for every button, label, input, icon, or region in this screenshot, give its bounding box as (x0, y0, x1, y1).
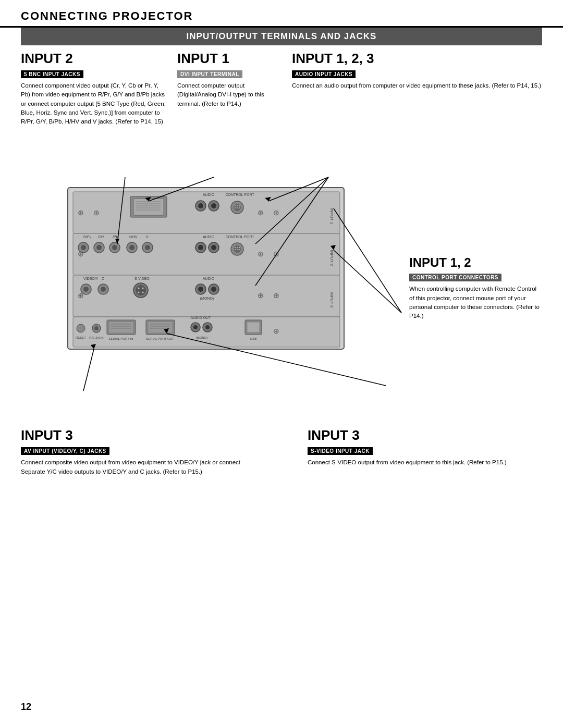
svg-point-78 (198, 287, 203, 292)
svg-point-34 (96, 245, 102, 250)
svg-point-40 (129, 245, 134, 250)
svg-text:⊕: ⊕ (258, 291, 264, 300)
input123-badge: AUDIO INPUT JACKS (292, 70, 356, 78)
svg-text:⊕: ⊕ (273, 208, 279, 217)
svg-text:⊕: ⊕ (273, 291, 279, 300)
svg-point-11 (198, 203, 203, 208)
input123-section: INPUT 1, 2, 3 AUDIO INPUT JACKS Connect … (282, 51, 542, 130)
input123-label: INPUT 1, 2, 3 (292, 51, 542, 67)
input1-badge: DVI INPUT TERMINAL (177, 70, 242, 78)
svg-rect-111 (247, 322, 260, 332)
svg-text:VIDEO/Y: VIDEO/Y (83, 277, 99, 280)
svg-rect-1 (73, 192, 340, 233)
svg-point-48 (211, 245, 216, 250)
svg-point-20 (235, 207, 236, 208)
svg-text:V: V (146, 235, 149, 239)
svg-text:AUDIO OUT: AUDIO OUT (191, 316, 212, 319)
svg-text:S-VIDEO: S-VIDEO (134, 277, 150, 280)
input3-right-description: Connect S-VIDEO output from video equipm… (308, 458, 542, 467)
svg-text:SERIAL PORT IN: SERIAL PORT IN (109, 337, 133, 340)
svg-text:R/P𝑦: R/P𝑦 (83, 235, 91, 239)
input3-av-badge: AV INPUT (VIDEO/Y, C) JACKS (21, 447, 109, 455)
svg-rect-28 (73, 233, 340, 275)
svg-point-72 (138, 288, 140, 289)
input123-description: Connect an audio output from computer or… (292, 81, 542, 90)
svg-text:R/C JACK: R/C JACK (89, 336, 103, 339)
svg-point-55 (235, 249, 236, 250)
svg-point-19 (239, 205, 240, 206)
svg-text:INPUT 1: INPUT 1 (329, 208, 334, 225)
input1-label: INPUT 1 (177, 51, 282, 67)
svg-point-73 (142, 288, 144, 289)
svg-text:C: C (102, 277, 104, 280)
main-content: INPUT 2 5 BNC INPUT JACKS Connect compon… (0, 51, 563, 480)
svg-text:⊕: ⊕ (258, 250, 264, 258)
svg-point-17 (235, 205, 236, 206)
svg-text:⊕: ⊕ (78, 208, 84, 217)
svg-rect-93 (109, 322, 133, 333)
svg-point-53 (237, 247, 238, 248)
control-port-badge: CONTROL PORT CONNECTORS (409, 274, 501, 281)
svg-text:H/HV: H/HV (129, 235, 138, 239)
svg-text:SERIAL PORT OUT: SERIAL PORT OUT (146, 337, 174, 340)
svg-text:CONTROL PORT: CONTROL PORT (225, 193, 254, 196)
svg-point-22 (239, 207, 240, 208)
input3-svideo-badge: S-VIDEO INPUT JACK (308, 447, 373, 455)
svg-line-125 (83, 349, 94, 391)
svg-text:/Pb: /Pb (113, 235, 118, 239)
svg-point-52 (235, 247, 236, 248)
svg-text:⊕: ⊕ (78, 250, 84, 258)
input12-label: INPUT 1, 2 (409, 255, 542, 270)
svg-point-65 (83, 287, 89, 292)
svg-point-87 (77, 324, 85, 332)
input12-description: When controlling computer with Remote Co… (409, 285, 542, 320)
svg-point-54 (239, 247, 240, 248)
svg-point-21 (237, 207, 238, 208)
input2-section: INPUT 2 5 BNC INPUT JACKS Connect compon… (21, 51, 167, 130)
svg-text:CONTROL PORT: CONTROL PORT (225, 235, 254, 239)
svg-point-74 (138, 292, 140, 293)
svg-text:G/Y: G/Y (98, 235, 104, 239)
svg-text:⊕: ⊕ (273, 327, 279, 335)
svg-text:⊕: ⊕ (258, 208, 264, 217)
input12-section: INPUT 1, 2 CONTROL PORT CONNECTORS When … (409, 255, 542, 325)
page-number: 12 (21, 701, 31, 712)
svg-point-37 (112, 245, 117, 250)
svg-point-106 (193, 325, 198, 329)
svg-text:(MONO): (MONO) (200, 297, 214, 301)
svg-point-90 (94, 326, 99, 330)
svg-point-80 (211, 287, 216, 292)
input2-description: Connect component video output (Cr, Y, C… (21, 81, 167, 126)
svg-rect-99 (148, 322, 173, 333)
input1-description: Connect computer output (Digital/Analog … (177, 81, 282, 108)
svg-point-108 (205, 325, 210, 329)
diagram-area: AUDIO CONTROL PORT ⊕ ⊕ ⊕ ⊕ INPU (21, 130, 542, 443)
svg-point-43 (145, 245, 150, 250)
svg-point-75 (142, 292, 144, 293)
svg-text:⊕: ⊕ (93, 208, 100, 217)
svg-text:USB: USB (250, 337, 256, 340)
input1-section: INPUT 1 DVI INPUT TERMINAL Connect compu… (167, 51, 282, 130)
svg-text:AUDIO: AUDIO (203, 193, 215, 196)
svg-point-57 (239, 249, 240, 250)
svg-point-18 (237, 205, 238, 206)
page-header: CONNECTING PROJECTOR (0, 0, 563, 28)
svg-point-46 (198, 245, 203, 250)
section-title: INPUT/OUTPUT TERMINALS AND JACKS (21, 28, 542, 45)
top-input-columns: INPUT 2 5 BNC INPUT JACKS Connect compon… (21, 51, 542, 130)
svg-point-13 (211, 203, 216, 208)
svg-text:(MONO): (MONO) (196, 336, 208, 339)
svg-point-68 (101, 287, 106, 292)
svg-text:⊕: ⊕ (78, 291, 84, 300)
svg-point-56 (237, 249, 238, 250)
svg-text:INPUT 2: INPUT 2 (329, 250, 334, 266)
input2-badge: 5 BNC INPUT JACKS (21, 70, 83, 78)
input3-left-description: Connect composite video output from vide… (21, 458, 255, 476)
page-title: CONNECTING PROJECTOR (21, 9, 542, 23)
svg-rect-62 (73, 275, 340, 317)
svg-text:AUDIO: AUDIO (203, 277, 215, 280)
input2-label: INPUT 2 (21, 51, 167, 67)
svg-text:INPUT 3: INPUT 3 (329, 292, 334, 308)
svg-text:RESET: RESET (76, 336, 86, 339)
svg-text:AUDIO: AUDIO (203, 235, 215, 239)
